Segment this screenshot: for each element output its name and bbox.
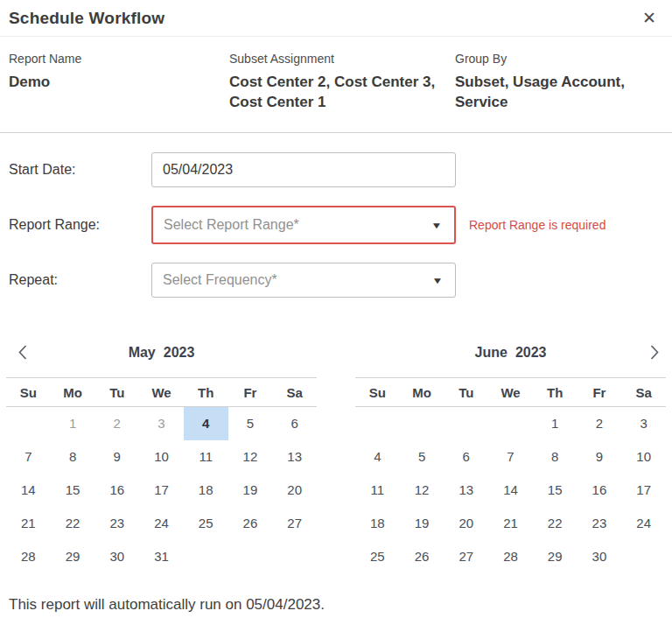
calendar-day[interactable]: 26 bbox=[228, 507, 273, 540]
subset-assignment-label: Subset Assignment bbox=[229, 52, 455, 66]
calendar-day[interactable]: 3 bbox=[621, 407, 666, 440]
calendar-day[interactable]: 4 bbox=[355, 440, 400, 474]
calendar-day[interactable]: 15 bbox=[533, 474, 578, 507]
calendar-day[interactable]: 2 bbox=[578, 407, 622, 440]
report-range-placeholder: Select Report Range* bbox=[164, 217, 299, 233]
calendar-day[interactable]: 6 bbox=[272, 407, 317, 440]
calendar-day[interactable]: 19 bbox=[400, 507, 444, 540]
calendar-day[interactable]: 28 bbox=[6, 540, 51, 573]
date-range-calendars: May 2023 SuMoTuWeThFrSa 1234567891011121… bbox=[0, 316, 672, 573]
day-of-week-label: Th bbox=[184, 385, 228, 400]
calendar-may-2023: May 2023 SuMoTuWeThFrSa 1234567891011121… bbox=[6, 339, 317, 573]
calendar-day-empty bbox=[228, 540, 273, 573]
summary-group-by: Group By Subset, Usage Account, Service bbox=[455, 52, 663, 120]
calendar-day[interactable]: 14 bbox=[488, 474, 533, 507]
calendar-day[interactable]: 30 bbox=[94, 540, 139, 573]
calendar-day[interactable]: 19 bbox=[228, 474, 273, 507]
day-of-week-label: We bbox=[488, 385, 533, 400]
repeat-row: Repeat: Select Frequency* ▼ bbox=[9, 263, 672, 298]
report-summary: Report Name Demo Subset Assignment Cost … bbox=[0, 37, 672, 133]
report-range-error-text: Report Range is required bbox=[469, 218, 606, 232]
calendar-day[interactable]: 6 bbox=[444, 440, 488, 474]
calendar-day[interactable]: 15 bbox=[51, 474, 95, 507]
report-range-select[interactable]: Select Report Range* ▼ bbox=[151, 206, 456, 244]
calendar-day[interactable]: 10 bbox=[621, 440, 666, 474]
calendar-day-empty bbox=[621, 540, 666, 573]
calendar-day[interactable]: 31 bbox=[139, 540, 184, 573]
report-range-row: Report Range: Select Report Range* ▼ Rep… bbox=[9, 206, 672, 244]
calendar-day[interactable]: 27 bbox=[444, 540, 488, 573]
group-by-value: Subset, Usage Account, Service bbox=[455, 72, 663, 112]
calendar-day[interactable]: 11 bbox=[355, 474, 400, 507]
calendar-day[interactable]: 14 bbox=[6, 474, 51, 507]
calendar-day[interactable]: 9 bbox=[94, 440, 139, 474]
day-of-week-label: Su bbox=[6, 385, 51, 400]
calendar-day[interactable]: 23 bbox=[578, 507, 622, 540]
calendar-day[interactable]: 9 bbox=[578, 440, 622, 474]
summary-subset-assignment: Subset Assignment Cost Center 2, Cost Ce… bbox=[229, 52, 455, 120]
calendar-day[interactable]: 23 bbox=[94, 507, 139, 540]
calendar-day-empty bbox=[400, 407, 444, 440]
calendar-day[interactable]: 17 bbox=[139, 474, 184, 507]
calendar-day-empty bbox=[444, 407, 488, 440]
calendar-year-label: 2023 bbox=[515, 345, 547, 361]
calendar-day[interactable]: 18 bbox=[184, 474, 228, 507]
calendar-day[interactable]: 5 bbox=[400, 440, 444, 474]
calendar-day[interactable]: 17 bbox=[621, 474, 666, 507]
calendar-day[interactable]: 4 bbox=[184, 407, 228, 440]
calendar-day-empty bbox=[272, 540, 317, 573]
calendar-day[interactable]: 22 bbox=[533, 507, 578, 540]
calendar-day[interactable]: 16 bbox=[578, 474, 622, 507]
calendar-day[interactable]: 24 bbox=[139, 507, 184, 540]
calendar-day[interactable]: 29 bbox=[51, 540, 95, 573]
next-month-icon[interactable] bbox=[644, 341, 664, 364]
calendar-day[interactable]: 21 bbox=[488, 507, 533, 540]
calendar-day[interactable]: 20 bbox=[272, 474, 317, 507]
calendar-day[interactable]: 18 bbox=[355, 507, 400, 540]
calendar-header: June 2023 bbox=[355, 339, 666, 367]
page-title: Schedule Workflow bbox=[9, 9, 164, 28]
calendar-day[interactable]: 13 bbox=[444, 474, 488, 507]
calendar-day[interactable]: 22 bbox=[51, 507, 95, 540]
calendar-day[interactable]: 21 bbox=[6, 507, 51, 540]
calendar-month-label: May bbox=[129, 345, 156, 361]
calendar-day[interactable]: 7 bbox=[488, 440, 533, 474]
calendar-day[interactable]: 25 bbox=[184, 507, 228, 540]
calendar-day[interactable]: 26 bbox=[400, 540, 444, 573]
calendar-day[interactable]: 20 bbox=[444, 507, 488, 540]
calendar-day-empty bbox=[355, 407, 400, 440]
calendar-day[interactable]: 24 bbox=[621, 507, 666, 540]
calendar-day[interactable]: 12 bbox=[400, 474, 444, 507]
day-of-week-label: Mo bbox=[51, 385, 95, 400]
calendar-day[interactable]: 1 bbox=[533, 407, 578, 440]
calendar-day[interactable]: 16 bbox=[94, 474, 139, 507]
calendar-day[interactable]: 13 bbox=[272, 440, 317, 474]
day-of-week-label: Sa bbox=[621, 385, 666, 400]
previous-month-icon[interactable] bbox=[13, 341, 33, 364]
calendar-day[interactable]: 25 bbox=[355, 540, 400, 573]
calendar-day[interactable]: 27 bbox=[272, 507, 317, 540]
day-of-week-label: Sa bbox=[272, 385, 317, 400]
calendar-month-label: June bbox=[475, 345, 508, 361]
calendar-june-2023: June 2023 SuMoTuWeThFrSa 123456789101112… bbox=[355, 339, 666, 573]
schedule-form: Start Date: Report Range: Select Report … bbox=[0, 133, 672, 298]
calendar-day[interactable]: 7 bbox=[6, 440, 51, 474]
chevron-down-icon: ▼ bbox=[430, 221, 442, 230]
close-icon[interactable]: ✕ bbox=[639, 8, 660, 28]
calendar-day[interactable]: 10 bbox=[139, 440, 184, 474]
calendar-day[interactable]: 12 bbox=[228, 440, 273, 474]
calendar-day-empty bbox=[184, 540, 228, 573]
calendar-day[interactable]: 29 bbox=[533, 540, 578, 573]
calendar-day[interactable]: 8 bbox=[533, 440, 578, 474]
calendar-day[interactable]: 30 bbox=[578, 540, 622, 573]
calendar-day[interactable]: 5 bbox=[228, 407, 273, 440]
calendar-day: 1 bbox=[51, 407, 95, 440]
calendar-day[interactable]: 28 bbox=[488, 540, 533, 573]
calendar-day[interactable]: 11 bbox=[184, 440, 228, 474]
repeat-select[interactable]: Select Frequency* ▼ bbox=[151, 263, 456, 298]
subset-assignment-value: Cost Center 2, Cost Center 3, Cost Cente… bbox=[229, 72, 455, 112]
start-date-row: Start Date: bbox=[9, 152, 672, 187]
calendar-day-grid: 1234567891011121314151617181920212223242… bbox=[6, 407, 317, 573]
start-date-input[interactable] bbox=[151, 152, 456, 187]
calendar-day[interactable]: 8 bbox=[51, 440, 95, 474]
